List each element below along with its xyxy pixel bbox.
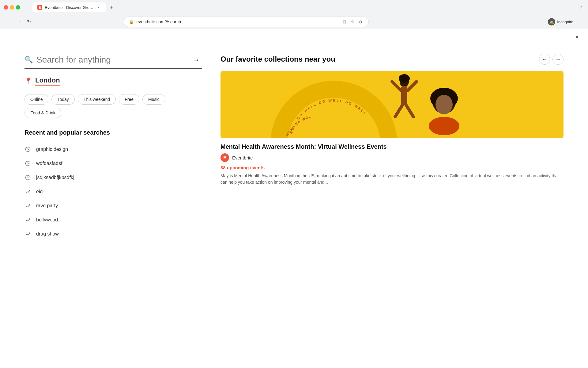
location-name[interactable]: London bbox=[35, 76, 60, 86]
location-row: 📍 London bbox=[24, 76, 202, 86]
filter-chip-free[interactable]: Free bbox=[119, 94, 139, 105]
incognito-button[interactable]: 🕵 Incognito bbox=[548, 18, 573, 25]
tab-title: Eventbrite - Discover Great Ev... bbox=[45, 5, 94, 10]
search-input[interactable] bbox=[36, 55, 186, 65]
more-options-button[interactable]: ⋮ bbox=[576, 17, 584, 26]
traffic-lights bbox=[4, 5, 20, 10]
search-item-rave-party[interactable]: rave party bbox=[24, 199, 202, 213]
lock-icon: 🔒 bbox=[129, 20, 134, 24]
collection-info: Mental Health Awareness Month: Virtual W… bbox=[221, 138, 564, 190]
address-bar-row: ← → ↻ 🔒 eventbrite.com/#search ⊡ ☆ ⊙ 🕵 I… bbox=[0, 15, 588, 29]
filter-chip-food-drink[interactable]: Food & Drink bbox=[24, 108, 61, 118]
tab-bar: E Eventbrite - Discover Great Ev... × + bbox=[29, 2, 119, 12]
forward-button[interactable]: → bbox=[14, 17, 23, 26]
right-panel: Our favorite collections near you ← → bbox=[221, 54, 564, 241]
location-pin-icon: 📍 bbox=[24, 77, 32, 85]
search-item-label: graphic design bbox=[36, 147, 68, 152]
search-item-bollywood[interactable]: bollywood bbox=[24, 213, 202, 227]
new-tab-button[interactable]: + bbox=[107, 3, 116, 12]
clock-icon bbox=[24, 146, 31, 153]
clock-icon bbox=[24, 160, 31, 167]
title-bar-right: ⤢ bbox=[577, 4, 584, 11]
search-item-label: drag show bbox=[36, 231, 59, 237]
collection-title: Mental Health Awareness Month: Virtual W… bbox=[221, 143, 564, 150]
organizer-row: E Eventbrite bbox=[221, 153, 564, 162]
maximize-window-button[interactable] bbox=[16, 5, 20, 10]
profile-icon[interactable]: ⊙ bbox=[357, 19, 364, 25]
search-submit-button[interactable]: → bbox=[190, 54, 202, 66]
event-description: May is Mental Health Awareness Month in … bbox=[221, 173, 564, 186]
search-icon: 🔍 bbox=[24, 56, 33, 64]
title-bar: E Eventbrite - Discover Great Ev... × + … bbox=[0, 0, 588, 15]
address-bar-icons: ⊡ ☆ ⊙ bbox=[341, 19, 364, 25]
search-item-graphic-design[interactable]: graphic design bbox=[24, 142, 202, 156]
collections-header: Our favorite collections near you ← → bbox=[221, 54, 564, 65]
trending-icon bbox=[24, 188, 31, 195]
incognito-label: Incognito bbox=[557, 20, 573, 24]
svg-point-6 bbox=[399, 74, 410, 83]
search-item-label: wdfdasfadsf bbox=[36, 161, 62, 166]
browser-chrome: E Eventbrite - Discover Great Ev... × + … bbox=[0, 0, 588, 29]
svg-point-14 bbox=[435, 95, 453, 114]
collections-heading: Our favorite collections near you bbox=[221, 55, 335, 63]
collection-image: DO WELL DO WELL DO WELL DO WELL DO WELL … bbox=[221, 71, 564, 138]
svg-point-15 bbox=[429, 117, 459, 135]
trending-icon bbox=[24, 231, 31, 237]
filter-chips: Online Today This weekend Free Music Foo… bbox=[24, 94, 202, 118]
search-item-drag-show[interactable]: drag show bbox=[24, 227, 202, 241]
search-item-label: jsdjksadbfjkbsdfkj bbox=[36, 175, 74, 180]
search-item-jsdjksadbfjkbsdfkj[interactable]: jsdjksadbfjkbsdfkj bbox=[24, 171, 202, 185]
search-item-eid[interactable]: eid bbox=[24, 185, 202, 199]
organizer-logo: E bbox=[221, 153, 229, 162]
search-item-label: bollywood bbox=[36, 217, 58, 223]
browser-menu-right: 🕵 Incognito ⋮ bbox=[548, 17, 584, 26]
tab-favicon: E bbox=[37, 5, 42, 10]
recent-searches-heading: Recent and popular searches bbox=[24, 129, 202, 136]
svg-rect-7 bbox=[401, 86, 407, 105]
recent-searches-section: Recent and popular searches graphic desi… bbox=[24, 129, 202, 241]
clock-icon bbox=[24, 174, 31, 181]
tab-close-button[interactable]: × bbox=[96, 5, 101, 10]
expand-icon[interactable]: ⤢ bbox=[577, 4, 584, 11]
collection-prev-button[interactable]: ← bbox=[539, 54, 550, 65]
reload-button[interactable]: ↻ bbox=[24, 17, 33, 26]
incognito-icon: 🕵 bbox=[548, 18, 555, 25]
event-count: 88 upcoming events bbox=[221, 165, 564, 170]
page-content: × 🔍 → 📍 London Online Today This weekend… bbox=[0, 29, 588, 253]
url-text: eventbrite.com/#search bbox=[136, 19, 339, 24]
close-window-button[interactable] bbox=[4, 5, 8, 10]
filter-chip-online[interactable]: Online bbox=[24, 94, 48, 105]
filter-chip-this-weekend[interactable]: This weekend bbox=[78, 94, 116, 105]
search-item-label: eid bbox=[36, 189, 43, 194]
collection-next-button[interactable]: → bbox=[552, 54, 564, 65]
minimize-window-button[interactable] bbox=[10, 5, 14, 10]
trending-icon bbox=[24, 202, 31, 209]
organizer-name: Eventbrite bbox=[232, 155, 253, 160]
filter-chip-today[interactable]: Today bbox=[51, 94, 74, 105]
search-item-wdfdasfadsf[interactable]: wdfdasfadsf bbox=[24, 156, 202, 171]
trending-icon bbox=[24, 217, 31, 223]
close-overlay-button[interactable]: × bbox=[572, 32, 582, 42]
nav-buttons: ← → ↻ bbox=[4, 17, 33, 26]
cast-icon[interactable]: ⊡ bbox=[341, 19, 348, 25]
bookmark-icon[interactable]: ☆ bbox=[349, 19, 356, 25]
collection-card[interactable]: DO WELL DO WELL DO WELL DO WELL DO WELL … bbox=[221, 71, 564, 190]
filter-chip-music[interactable]: Music bbox=[142, 94, 165, 105]
collection-image-svg: DO WELL DO WELL DO WELL DO WELL DO WELL … bbox=[221, 71, 564, 138]
search-item-label: rave party bbox=[36, 203, 58, 209]
collection-nav-arrows: ← → bbox=[539, 54, 564, 65]
browser-tab-active[interactable]: E Eventbrite - Discover Great Ev... × bbox=[32, 2, 106, 12]
address-bar[interactable]: 🔒 eventbrite.com/#search ⊡ ☆ ⊙ bbox=[124, 17, 369, 27]
left-panel: 🔍 → 📍 London Online Today This weekend F… bbox=[24, 54, 202, 241]
search-bar-container: 🔍 → bbox=[24, 54, 202, 69]
back-button[interactable]: ← bbox=[4, 17, 12, 26]
